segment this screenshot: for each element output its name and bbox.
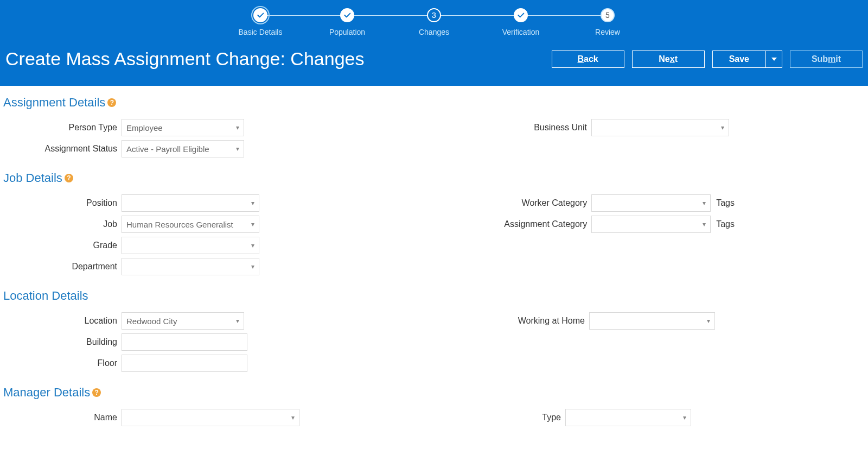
check-icon: [256, 11, 265, 20]
assignment-category-select[interactable]: ▾: [591, 216, 711, 233]
location-select[interactable]: Redwood City ▾: [122, 312, 244, 330]
step-verification[interactable]: Verification: [477, 8, 564, 36]
worker-category-select[interactable]: ▾: [591, 194, 711, 212]
chevron-down-icon: ▾: [291, 414, 295, 421]
chevron-down-icon: ▾: [703, 199, 706, 207]
step-population[interactable]: Population: [304, 8, 391, 36]
step-changes[interactable]: 3 Changes: [391, 8, 477, 36]
stepper: Basic Details Population 3 Changes Verif…: [0, 5, 868, 42]
chevron-down-icon: ▾: [236, 145, 239, 153]
step-circle-basic-details: [253, 8, 267, 22]
label-name: Name: [3, 413, 122, 422]
label-floor: Floor: [3, 358, 122, 368]
floor-input[interactable]: [122, 355, 247, 372]
working-at-home-select[interactable]: ▾: [589, 312, 715, 330]
label-building: Building: [3, 337, 122, 347]
check-icon: [516, 11, 525, 20]
label-location: Location: [3, 316, 122, 326]
action-buttons: Back Next Save Submit: [552, 50, 863, 68]
chevron-down-icon: ▾: [251, 199, 254, 207]
section-title-job-details: Job Details ?: [3, 171, 865, 185]
step-basic-details[interactable]: Basic Details: [217, 8, 304, 36]
label-assignment-category: Assignment Category: [504, 219, 591, 229]
building-input[interactable]: [122, 333, 247, 351]
label-type: Type: [542, 413, 565, 422]
section-title-assignment-details: Assignment Details ?: [3, 96, 865, 110]
tags-link-assignment-category[interactable]: Tags: [716, 219, 735, 229]
label-position: Position: [3, 198, 122, 208]
chevron-down-icon: ▾: [236, 317, 239, 325]
header: Basic Details Population 3 Changes Verif…: [0, 0, 868, 86]
step-number: 5: [605, 11, 610, 20]
chevron-down-icon: ▾: [703, 220, 706, 228]
chevron-down-icon: ▾: [251, 220, 254, 228]
label-person-type: Person Type: [3, 123, 122, 132]
step-circle-population: [340, 8, 354, 22]
save-button[interactable]: Save: [713, 51, 765, 67]
section-title-manager-details: Manager Details ?: [3, 386, 865, 400]
step-number: 3: [432, 11, 436, 20]
job-select[interactable]: Human Resources Generalist ▾: [122, 216, 259, 233]
chevron-down-icon: ▾: [721, 124, 724, 131]
step-circle-verification: [514, 8, 528, 22]
label-department: Department: [3, 262, 122, 271]
grade-select[interactable]: ▾: [122, 237, 259, 254]
content: Assignment Details ? Person Type Employe…: [0, 86, 868, 452]
step-label: Verification: [502, 28, 539, 36]
help-icon[interactable]: ?: [92, 388, 101, 397]
label-grade: Grade: [3, 241, 122, 250]
back-button[interactable]: Back: [552, 50, 624, 68]
chevron-down-icon: ▾: [683, 414, 686, 421]
save-split-button: Save: [712, 50, 782, 68]
manager-type-select[interactable]: ▾: [565, 409, 691, 426]
section-title-location-details: Location Details: [3, 289, 865, 303]
label-worker-category: Worker Category: [522, 198, 592, 208]
step-label: Review: [595, 28, 620, 36]
department-select[interactable]: ▾: [122, 258, 259, 275]
check-icon: [343, 11, 352, 20]
submit-button: Submit: [790, 50, 863, 68]
chevron-down-icon: ▾: [251, 263, 254, 270]
step-review[interactable]: 5 Review: [564, 8, 651, 36]
position-select[interactable]: ▾: [122, 194, 259, 212]
manager-name-select[interactable]: ▾: [122, 409, 299, 426]
help-icon[interactable]: ?: [107, 98, 116, 107]
assignment-status-select[interactable]: Active - Payroll Eligible ▾: [122, 140, 244, 157]
label-job: Job: [3, 219, 122, 229]
step-label: Population: [329, 28, 365, 36]
page-title: Create Mass Assignment Change: Changes: [5, 48, 364, 70]
chevron-down-icon: ▾: [251, 242, 254, 249]
step-label: Basic Details: [239, 28, 283, 36]
tags-link-worker-category[interactable]: Tags: [716, 198, 735, 208]
next-button[interactable]: Next: [632, 50, 705, 68]
label-assignment-status: Assignment Status: [3, 144, 122, 154]
label-working-at-home: Working at Home: [518, 316, 589, 326]
business-unit-select[interactable]: ▾: [591, 119, 729, 136]
step-circle-review: 5: [601, 8, 615, 22]
save-dropdown-button[interactable]: [765, 51, 782, 67]
chevron-down-icon: ▾: [707, 317, 710, 325]
person-type-select[interactable]: Employee ▾: [122, 119, 244, 136]
chevron-down-icon: ▾: [236, 124, 239, 131]
step-label: Changes: [419, 28, 449, 36]
caret-down-icon: [771, 56, 777, 62]
help-icon[interactable]: ?: [65, 174, 73, 182]
label-business-unit: Business Unit: [534, 123, 591, 132]
step-circle-changes: 3: [427, 8, 441, 22]
